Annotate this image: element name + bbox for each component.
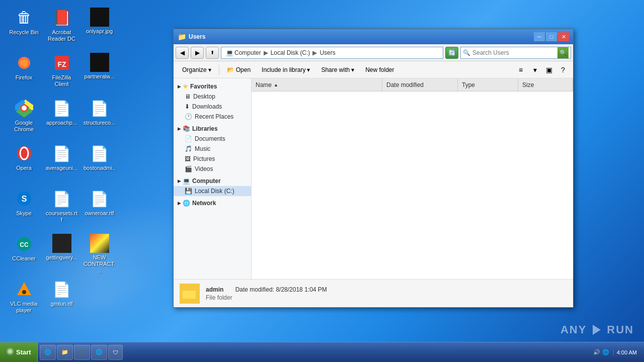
recent-places-nav-label: Recent Places — [195, 113, 233, 120]
structure-icon: 📄 — [90, 98, 110, 118]
desktop-icon-vlc[interactable]: VLC media player — [5, 277, 43, 322]
path-computer[interactable]: 💻 Computer — [224, 49, 263, 57]
desktop-icon-filezilla[interactable]: FZ FileZilla Client — [43, 50, 80, 96]
view-dropdown-button[interactable]: ▾ — [529, 64, 541, 76]
desktop-icon-approach[interactable]: 📄 approachp... — [43, 96, 80, 141]
col-header-size[interactable]: Size — [518, 78, 573, 91]
svg-point-6 — [22, 106, 27, 111]
minimize-button[interactable]: ─ — [534, 32, 545, 41]
partner-label: partneralw... — [85, 73, 115, 80]
path-users[interactable]: Users — [318, 49, 337, 57]
nav-item-recent-places[interactable]: 🕐 Recent Places — [174, 112, 251, 122]
help-button[interactable]: ? — [557, 64, 569, 76]
desktop-icon-new-contract[interactable]: NEW CONTRACT... — [80, 231, 118, 277]
network-header[interactable]: ▸ 🌐 Network — [174, 198, 251, 208]
desktop-icon-owneroar[interactable]: 📄 owneroar.rtf — [80, 186, 118, 231]
pictures-nav-label: Pictures — [193, 155, 215, 162]
desktop-icon-gettingvery[interactable]: gettingvery... — [43, 231, 80, 277]
desktop-icon-structure[interactable]: 📄 structureco... — [80, 96, 118, 141]
col-size-label: Size — [522, 81, 534, 88]
chrome-icon — [14, 98, 34, 118]
videos-nav-icon: 🎬 — [185, 165, 192, 172]
nav-item-documents[interactable]: 📄 Documents — [174, 134, 251, 144]
downloads-nav-label: Downloads — [192, 103, 222, 110]
svg-text:FZ: FZ — [57, 60, 66, 68]
back-button[interactable]: ◀ — [176, 47, 189, 59]
desktop-icon-firefox[interactable]: Firefox — [5, 50, 43, 96]
network-section: ▸ 🌐 Network — [174, 198, 251, 208]
col-header-name[interactable]: Name ▲ — [252, 78, 382, 91]
bostonadmi-icon: 📄 — [90, 143, 110, 163]
nav-item-music[interactable]: 🎵 Music — [174, 144, 251, 154]
status-name-value: admin — [206, 286, 223, 293]
close-button[interactable]: ✕ — [558, 32, 569, 41]
desktop-icon-recycle-bin[interactable]: 🗑 Recycle Bin — [5, 5, 43, 50]
desktop-icon-gmtun[interactable]: 📄 gmtun.rtf — [43, 277, 80, 322]
recycle-bin-icon: 🗑 — [14, 8, 34, 28]
path-local-disk[interactable]: Local Disk (C:) — [269, 49, 312, 57]
col-header-date[interactable]: Date modified — [382, 78, 458, 91]
window-icon: 📁 — [178, 33, 186, 41]
owneroar-icon: 📄 — [90, 189, 110, 209]
pictures-nav-icon: 🖼 — [185, 155, 191, 162]
preview-pane-button[interactable]: ▣ — [543, 64, 555, 76]
view-toggle-button[interactable]: ≡ — [515, 64, 527, 76]
desktop-icons-area: 🗑 Recycle Bin 📕 Acrobat Reader DC onlyap… — [0, 0, 166, 347]
coursesets-icon: 📄 — [52, 189, 72, 209]
svg-marker-15 — [593, 325, 601, 335]
up-button[interactable]: ⬆ — [206, 47, 219, 59]
taskbar-item-ie[interactable]: 🌐 — [40, 345, 56, 360]
refresh-button[interactable]: 🔄 — [445, 47, 458, 59]
nav-item-downloads[interactable]: ⬇ Downloads — [174, 102, 251, 112]
address-path[interactable]: 💻 Computer ▶ Local Disk (C:) ▶ Users — [221, 47, 443, 59]
nav-item-desktop[interactable]: 🖥 Desktop — [174, 92, 251, 102]
onlyapr-icon — [90, 8, 109, 27]
libraries-header[interactable]: ▸ 📚 Libraries — [174, 124, 251, 134]
desktop-icon-partner[interactable]: partneralw... — [80, 50, 118, 96]
tray-network-icon[interactable]: 🌐 — [602, 349, 609, 355]
desktop-icon-onlyapr[interactable]: onlyapr.jpg — [80, 5, 118, 50]
organize-arrow-icon: ▾ — [208, 66, 211, 73]
taskbar-items: 🌐 📁 🎵 🌐 🛡 — [38, 345, 589, 360]
taskbar-item-media[interactable]: 🎵 — [74, 345, 90, 360]
desktop-icon-ccleaner[interactable]: CC CCleaner — [5, 231, 43, 277]
desktop-icon-chrome[interactable]: Google Chrome — [5, 96, 43, 141]
system-clock[interactable]: 4:00 AM — [613, 349, 640, 355]
desktop-icon-coursesets[interactable]: 📄 coursesets.rtf — [43, 186, 80, 231]
col-header-type[interactable]: Type — [458, 78, 518, 91]
taskbar-item-explorer[interactable]: 📁 — [57, 345, 73, 360]
file-explorer-window: 📁 Users ─ □ ✕ ◀ ▶ ⬆ 💻 Computer ▶ Local D… — [173, 29, 574, 308]
desktop: 🗑 Recycle Bin 📕 Acrobat Reader DC onlyap… — [0, 0, 644, 362]
nav-item-local-disk[interactable]: 💾 Local Disk (C:) — [174, 186, 251, 196]
open-button[interactable]: 📂 Open — [222, 63, 255, 76]
desktop-icon-opera[interactable]: Opera — [5, 141, 43, 186]
nav-item-pictures[interactable]: 🖼 Pictures — [174, 154, 251, 164]
search-box[interactable]: 🔍 🔍 — [460, 47, 571, 59]
taskbar-item-security[interactable]: 🛡 — [108, 345, 123, 360]
search-submit-button[interactable]: 🔍 — [557, 47, 569, 58]
forward-button[interactable]: ▶ — [191, 47, 204, 59]
share-with-button[interactable]: Share with ▾ — [316, 63, 359, 76]
include-library-button[interactable]: Include in library ▾ — [257, 63, 314, 76]
desktop-icon-acrobat[interactable]: 📕 Acrobat Reader DC — [43, 5, 80, 50]
file-pane: Name ▲ Date modified Type Size — [252, 78, 573, 279]
new-folder-button[interactable]: New folder — [361, 63, 398, 76]
desktop-icon-averageuni[interactable]: 📄 averageuni... — [43, 141, 80, 186]
tray-volume-icon[interactable]: 🔊 — [593, 349, 600, 355]
taskbar-item-browser[interactable]: 🌐 — [91, 345, 107, 360]
maximize-button[interactable]: □ — [546, 32, 557, 41]
taskbar-tray: 🔊 🌐 4:00 AM — [589, 349, 644, 355]
computer-header[interactable]: ▸ 💻 Computer — [174, 176, 251, 186]
search-input[interactable] — [472, 49, 555, 56]
skype-icon: S — [14, 189, 34, 209]
organize-button[interactable]: Organize ▾ — [178, 63, 216, 76]
desktop-icon-bostonadmi[interactable]: 📄 bostonadmi... — [80, 141, 118, 186]
taskbar: Start 🌐 📁 🎵 🌐 🛡 🔊 🌐 4:00 AM — [0, 342, 644, 362]
start-button[interactable]: Start — [0, 342, 38, 362]
status-bar: admin Date modified: 8/28/2018 1:04 PM F… — [174, 279, 573, 307]
nav-item-videos[interactable]: 🎬 Videos — [174, 164, 251, 174]
gmtun-label: gmtun.rtf — [51, 301, 72, 307]
favorites-header[interactable]: ▸ ★ Favorites — [174, 81, 251, 92]
filezilla-icon: FZ — [52, 53, 72, 73]
desktop-icon-skype[interactable]: S Skype — [5, 186, 43, 231]
